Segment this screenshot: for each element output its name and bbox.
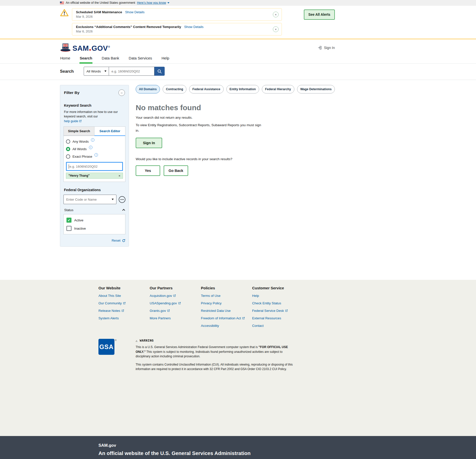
close-icon[interactable]: × xyxy=(273,26,279,32)
nav-home[interactable]: Home xyxy=(60,54,70,63)
gov-banner: An official website of the United States… xyxy=(0,0,476,6)
alert-date: Mar 6, 2026 xyxy=(76,30,270,33)
nav-search[interactable]: Search xyxy=(79,54,92,63)
footer-link-release-notes[interactable]: Release Notes xyxy=(98,309,120,313)
footer-link-help[interactable]: Help xyxy=(252,294,259,298)
footer-link-acquisition-gov[interactable]: Acquisition.gov xyxy=(150,294,172,298)
external-link-icon xyxy=(242,317,245,320)
help-guide-link[interactable]: help guide xyxy=(64,119,78,123)
alert-date: Mar 9, 2026 xyxy=(76,15,270,18)
footer-link-restricted-data-use[interactable]: Restricted Data Use xyxy=(201,309,231,313)
alert-show-details-link[interactable]: Show Details xyxy=(125,10,145,14)
reset-link[interactable]: Reset xyxy=(112,239,120,242)
domain-tab-entity-information[interactable]: Entity Information xyxy=(226,85,259,93)
radio-all-words[interactable] xyxy=(66,147,70,151)
domain-tabs: All Domains Contracting Federal Assistan… xyxy=(136,85,335,93)
domain-tab-all-domains[interactable]: All Domains xyxy=(136,85,160,93)
external-link-icon xyxy=(285,309,288,312)
domain-tab-wage-determinations[interactable]: Wage Determinations xyxy=(297,85,335,93)
footer-nav: Our Website About This Site Our Communit… xyxy=(98,286,386,331)
footer-link-our-community[interactable]: Our Community xyxy=(98,301,122,305)
gsa-logo: GSA xyxy=(98,339,114,355)
warning-icon: ⚠ xyxy=(136,339,138,343)
footer-tagline: An official website of the U.S. General … xyxy=(98,450,476,456)
keyword-chip-label: "Henry Thang" xyxy=(68,174,90,177)
keyword-search-box: Simple Search Search Editor Any Words i … xyxy=(63,126,125,182)
tab-simple-search[interactable]: Simple Search xyxy=(64,127,94,136)
search-input[interactable] xyxy=(109,67,154,76)
domain-tab-federal-assistance[interactable]: Federal Assistance xyxy=(189,85,224,93)
active-checkbox[interactable] xyxy=(66,218,71,223)
alert-show-details-link[interactable]: Show Details xyxy=(184,25,204,29)
combo-placeholder: Enter Code or Name xyxy=(66,198,97,201)
info-icon[interactable]: i xyxy=(89,146,92,149)
footer-column-customer-service: Customer Service Help Check Entity Statu… xyxy=(252,286,386,331)
domain-tab-contracting[interactable]: Contracting xyxy=(163,85,186,93)
footer-link-terms-of-use[interactable]: Terms of Use xyxy=(201,294,220,298)
sam-gov-logo[interactable]: SAMGOV® xyxy=(60,43,110,52)
nav-data-services[interactable]: Data Services xyxy=(128,54,152,63)
footer-link-system-alerts[interactable]: System Alerts xyxy=(98,316,119,320)
radio-exact-phrase[interactable] xyxy=(66,154,70,159)
footer: Our Website About This Site Our Communit… xyxy=(0,280,476,436)
footer-column-policies: Policies Terms of Use Privacy Policy Res… xyxy=(201,286,252,331)
text-cursor xyxy=(69,164,69,169)
go-back-button[interactable]: Go Back xyxy=(164,165,188,176)
sign-in-link[interactable]: Sign In xyxy=(318,45,335,50)
footer-link-grants-gov[interactable]: Grants.gov xyxy=(150,309,166,313)
info-icon[interactable]: i xyxy=(91,138,94,142)
tab-search-editor[interactable]: Search Editor xyxy=(94,127,125,136)
footer-column-our-website: Our Website About This Site Our Communit… xyxy=(98,286,150,331)
footer-link-accessibility[interactable]: Accessibility xyxy=(201,324,219,328)
keyword-input[interactable]: e.g. 1606N020Q02 xyxy=(66,162,123,171)
footer-link-more-partners[interactable]: More Partners xyxy=(150,316,171,320)
collapse-filters-button[interactable]: − xyxy=(118,89,125,96)
banner-how-link[interactable]: Here’s how you know xyxy=(137,1,166,4)
footer-link-usaspending-gov[interactable]: USASpending.gov xyxy=(150,301,177,305)
gsa-section: GSA ® ⚠ WARNING This is a U.S. General S… xyxy=(98,339,386,372)
federal-org-combobox[interactable]: Enter Code or Name xyxy=(63,195,116,204)
search-button[interactable] xyxy=(154,67,165,76)
radio-any-words[interactable] xyxy=(66,139,70,144)
footer-link-federal-service-desk[interactable]: Federal Service Desk xyxy=(252,309,284,313)
external-link-icon xyxy=(123,302,126,305)
footer-link-about-this-site[interactable]: About This Site xyxy=(98,294,121,298)
magnifier-icon xyxy=(157,69,162,74)
nav-help[interactable]: Help xyxy=(161,54,169,63)
footer-column-heading: Our Partners xyxy=(150,286,201,290)
keyword-input-placeholder: e.g. 1606N020Q02 xyxy=(69,165,97,168)
inactive-checkbox[interactable] xyxy=(66,226,71,231)
footer-link-check-entity-status[interactable]: Check Entity Status xyxy=(252,301,281,305)
keyword-search-heading: Keyword Search xyxy=(64,103,125,107)
close-icon[interactable]: × xyxy=(273,12,279,17)
footer-link-external-resources[interactable]: External Resources xyxy=(252,316,281,320)
radio-label: Exact Phrase xyxy=(72,155,92,158)
more-options-button[interactable] xyxy=(119,196,125,203)
alert-card: Scheduled SAM Maintenance Show Details M… xyxy=(72,8,282,21)
info-icon[interactable]: i xyxy=(94,153,98,157)
refresh-icon[interactable] xyxy=(122,239,125,242)
chip-remove-icon[interactable]: × xyxy=(118,174,120,177)
footer-link-privacy-policy[interactable]: Privacy Policy xyxy=(201,301,222,305)
search-mode-select[interactable]: All Words xyxy=(84,67,109,76)
radio-label: Any Words xyxy=(72,140,89,143)
site-header: SAMGOV® Sign In xyxy=(0,39,476,54)
search-bar-section: Search All Words xyxy=(0,64,476,80)
results-area: All Domains Contracting Federal Assistan… xyxy=(136,85,335,176)
status-section-toggle[interactable]: Status xyxy=(64,208,125,212)
see-all-alerts-button[interactable]: See All Alerts xyxy=(304,9,335,20)
footer-link-foia[interactable]: Freedom of Information Act xyxy=(201,316,241,320)
footer-link-contact[interactable]: Contact xyxy=(252,324,264,328)
no-matches-heading: No matches found xyxy=(136,103,335,112)
top-hat-icon xyxy=(60,43,71,52)
nav-data-bank[interactable]: Data Bank xyxy=(101,54,119,63)
external-link-icon xyxy=(121,309,124,312)
main-nav: Home Search Data Bank Data Services Help xyxy=(0,54,476,64)
sign-in-button[interactable]: Sign In xyxy=(136,138,162,148)
radio-label: All Words xyxy=(72,147,87,151)
minus-icon: − xyxy=(121,91,123,95)
alert-title: Scheduled SAM Maintenance xyxy=(76,10,122,14)
domain-tab-federal-hierarchy[interactable]: Federal Hierarchy xyxy=(262,85,294,93)
yes-button[interactable]: Yes xyxy=(136,165,160,176)
alert-card: Exclusions “Additional Comments” Content… xyxy=(72,23,282,35)
